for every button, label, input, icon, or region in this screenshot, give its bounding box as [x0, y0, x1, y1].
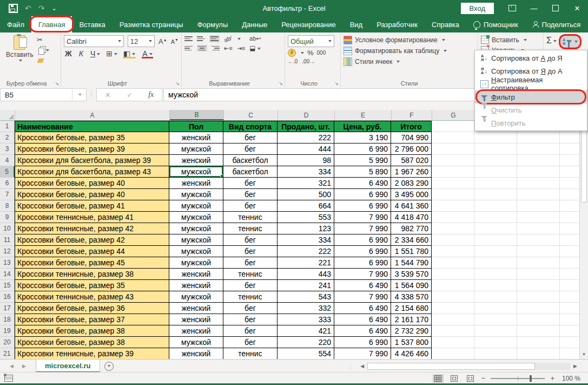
cell-F15[interactable]: 1 564 090 [391, 280, 432, 291]
comma-style-button[interactable]: 000 [317, 50, 326, 56]
cell-G12[interactable] [432, 246, 474, 257]
top-align-icon[interactable] [184, 36, 193, 41]
signin-button[interactable]: Вход [461, 3, 494, 14]
cell-E12[interactable]: 6 990 [334, 246, 391, 257]
row-header-19[interactable]: 19 [0, 325, 15, 337]
cell-C10[interactable]: теннис [223, 223, 278, 234]
row-header-17[interactable]: 17 [0, 303, 15, 314]
row-header-9[interactable]: 9 [0, 212, 15, 223]
increase-decimal-icon[interactable]: ←.0 [288, 58, 298, 64]
empty-cells[interactable] [474, 143, 580, 155]
cell-B14[interactable]: женский [169, 269, 223, 280]
cell-D7[interactable]: 500 [278, 189, 334, 200]
cell-E10[interactable]: 7 990 [334, 223, 391, 234]
cell-B15[interactable]: женский [169, 280, 223, 291]
cut-button[interactable]: ✂ [37, 36, 49, 44]
empty-cells[interactable] [474, 303, 580, 314]
cell-D20[interactable]: 220 [278, 337, 334, 348]
cell-F7[interactable]: 3 495 000 [391, 189, 432, 200]
cell-E6[interactable]: 6 490 [334, 178, 391, 189]
paste-button[interactable]: Вставить [3, 34, 37, 79]
empty-cells[interactable] [474, 132, 580, 143]
cell-F2[interactable]: 704 990 [391, 132, 432, 143]
cell-A13[interactable]: Кроссовки беговые, размер 45 [15, 257, 169, 269]
cell-C3[interactable]: бег [223, 143, 278, 155]
cell-D15[interactable]: 241 [278, 280, 334, 291]
cell-F5[interactable]: 1 967 260 [391, 166, 432, 178]
sheet-tab[interactable]: microexcel.ru [36, 360, 100, 373]
empty-cells[interactable] [474, 223, 580, 234]
alignment-dialog-launcher-icon[interactable]: ↘ [279, 81, 283, 86]
cell-B1[interactable]: Пол [169, 121, 223, 132]
cell-G16[interactable] [432, 291, 474, 303]
cancel-entry-icon[interactable]: ✕ [105, 91, 111, 99]
cell-A16[interactable]: Кроссовки теннисные, размер 43 [15, 291, 169, 303]
insert-function-icon[interactable]: fx [148, 90, 154, 99]
empty-cells[interactable] [474, 280, 580, 291]
row-header-21[interactable]: 21 [0, 348, 15, 360]
cell-A19[interactable]: Кроссовки беговые, размер 38 [15, 325, 169, 337]
cell-C8[interactable]: бег [223, 200, 278, 212]
undo-icon[interactable]: ↶ [25, 4, 31, 12]
cell-G19[interactable] [432, 325, 474, 337]
cell-C1[interactable]: Вид спорта [223, 121, 278, 132]
cell-A10[interactable]: Кроссовки теннисные, размер 42 [15, 223, 169, 234]
column-header-F[interactable]: F [392, 110, 432, 120]
row-header-15[interactable]: 15 [0, 280, 15, 291]
row-header-16[interactable]: 16 [0, 291, 15, 303]
cell-E15[interactable]: 6 490 [334, 280, 391, 291]
row-header-10[interactable]: 10 [0, 223, 15, 234]
cell-B6[interactable]: женский [169, 178, 223, 189]
normal-view-button[interactable] [433, 374, 444, 383]
orientation-button[interactable]: ab⁄ [223, 34, 232, 43]
row-header-6[interactable]: 6 [0, 178, 15, 189]
cell-G21[interactable] [432, 348, 474, 360]
save-icon[interactable] [9, 4, 18, 13]
cell-D5[interactable]: 334 [278, 166, 334, 178]
cell-B10[interactable]: мужской [169, 223, 223, 234]
empty-cells[interactable] [474, 337, 580, 348]
ribbon-display-options-icon[interactable] [501, 0, 523, 16]
cell-F14[interactable]: 3 539 570 [391, 269, 432, 280]
cell-E5[interactable]: 5 890 [334, 166, 391, 178]
cell-B18[interactable]: женский [169, 314, 223, 325]
redo-icon[interactable]: ↷ [38, 4, 45, 12]
empty-cells[interactable] [474, 212, 580, 223]
cell-B17[interactable]: женский [169, 303, 223, 314]
cell-F13[interactable]: 1 544 790 [391, 257, 432, 269]
font-family-select[interactable]: Calibri [64, 35, 124, 47]
empty-cells[interactable] [474, 200, 580, 212]
accounting-format-icon[interactable]: ₽ [288, 49, 296, 57]
empty-cells[interactable] [474, 246, 580, 257]
scroll-down-icon[interactable]: ▼ [580, 350, 588, 359]
cell-G4[interactable] [432, 155, 474, 166]
row-header-7[interactable]: 7 [0, 189, 15, 200]
cell-C5[interactable]: баскетбол [223, 166, 278, 178]
row-header-11[interactable]: 11 [0, 234, 15, 246]
align-left-icon[interactable] [184, 46, 193, 51]
cell-F9[interactable]: 4 418 470 [391, 212, 432, 223]
format-as-table-button[interactable]: Форматировать как таблицу [343, 47, 447, 55]
conditional-formatting-button[interactable]: Условное форматирование [343, 36, 447, 44]
cell-E1[interactable]: Цена, руб. [334, 121, 391, 132]
font-size-select[interactable]: 12 [128, 35, 155, 47]
wrap-text-button[interactable]: ab↩ [249, 35, 261, 42]
row-header-18[interactable]: 18 [0, 314, 15, 325]
empty-cells[interactable] [474, 257, 580, 269]
row-header-13[interactable]: 13 [0, 257, 15, 269]
cell-A8[interactable]: Кроссовки беговые, размер 41 [15, 200, 169, 212]
cell-D11[interactable]: 334 [278, 234, 334, 246]
cell-C6[interactable]: бег [223, 178, 278, 189]
cell-E4[interactable]: 5 990 [334, 155, 391, 166]
cell-F16[interactable]: 4 338 570 [391, 291, 432, 303]
cell-F20[interactable]: 1 537 800 [391, 337, 432, 348]
cell-C12[interactable]: бег [223, 246, 278, 257]
cell-F18[interactable]: 2 161 170 [391, 314, 432, 325]
cell-G13[interactable] [432, 257, 474, 269]
cell-F10[interactable]: 982 770 [391, 223, 432, 234]
cell-G9[interactable] [432, 212, 474, 223]
cell-B8[interactable]: мужской [169, 200, 223, 212]
empty-cells[interactable] [474, 348, 580, 360]
horizontal-scroll-thumb[interactable] [367, 363, 535, 370]
cell-B2[interactable]: женский [169, 132, 223, 143]
